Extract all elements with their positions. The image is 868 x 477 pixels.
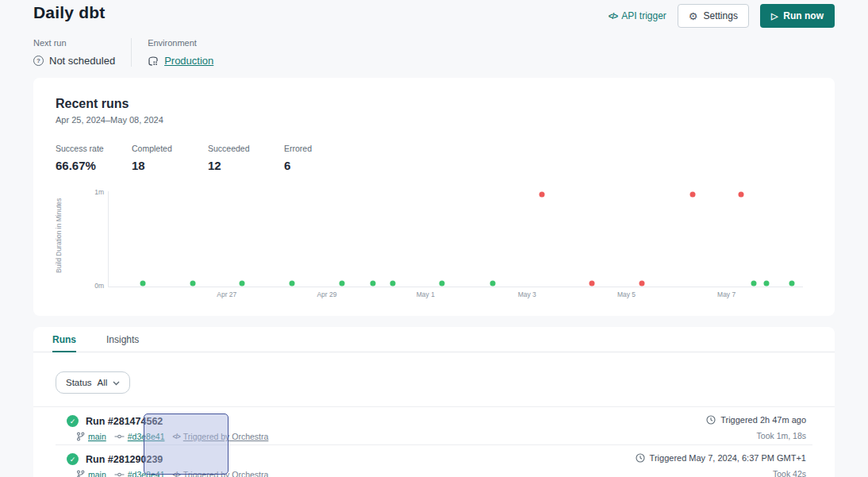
tab-runs[interactable]: Runs (52, 327, 76, 352)
chart-point[interactable] (370, 281, 375, 287)
success-check-icon: ✓ (67, 415, 79, 427)
status-filter-dropdown[interactable]: Status All (56, 371, 130, 394)
branch-link[interactable]: main (88, 432, 106, 441)
y-tick-1m: 1m (94, 188, 104, 196)
branch-link[interactable]: main (88, 470, 106, 477)
chart-point[interactable] (290, 281, 295, 287)
run-left: ✓ Run #281290239 main (67, 453, 268, 477)
commit-link[interactable]: #d3e8e41 (128, 432, 165, 441)
x-tick-label: May 1 (417, 290, 435, 298)
branch-item: main (76, 432, 106, 441)
git-commit-icon (114, 433, 125, 440)
chart-point[interactable] (240, 281, 245, 287)
code-icon: </> (609, 12, 617, 21)
trigger-source-link[interactable]: Triggered by Orchestra (183, 470, 269, 477)
next-run-value-row: ? Not scheduled (33, 55, 115, 67)
branch-item: main (76, 470, 106, 477)
next-run-value: Not scheduled (49, 55, 115, 67)
tabbar: Runs Insights (33, 327, 835, 352)
run-row-281290239[interactable]: ✓ Run #281290239 main (56, 445, 812, 477)
stat-label: Succeeded (208, 144, 257, 153)
job-meta-row: Next run ? Not scheduled Environment (33, 38, 213, 67)
git-branch-icon (76, 432, 85, 441)
stat-value: 18 (132, 159, 181, 172)
triggered-text: Triggered May 7, 2024, 6:37 PM GMT+1 (650, 453, 806, 463)
runs-card: Runs Insights Status All ✓ (33, 327, 835, 477)
git-commit-icon (114, 471, 125, 477)
commit-item: #d3e8e41 (114, 470, 165, 477)
stat-success-rate: Success rate 66.67% (56, 144, 105, 172)
chart-point[interactable] (190, 281, 195, 287)
commit-link[interactable]: #d3e8e41 (128, 470, 165, 477)
recent-runs-date-range: Apr 25, 2024–May 08, 2024 (56, 115, 812, 125)
stat-label: Success rate (56, 144, 105, 153)
settings-button[interactable]: ⚙ Settings (678, 4, 749, 28)
environment-group: Environment Production (148, 38, 213, 67)
x-tick-label: Apr 29 (317, 290, 336, 298)
gear-icon: ⚙ (689, 11, 698, 21)
took-text: Took 1m, 18s (706, 431, 806, 440)
run-right: Triggered 2h 47m ago Took 1m, 18s (706, 415, 806, 440)
chart-point[interactable] (739, 191, 744, 197)
next-run-group: Next run ? Not scheduled (33, 38, 115, 67)
x-tick-label: May 7 (717, 290, 735, 298)
page: Daily dbt </> API trigger ⚙ Settings ▷ R… (0, 0, 868, 477)
trigger-item: </> Triggered by Orchestra (172, 432, 268, 441)
chart-point[interactable] (639, 281, 645, 287)
x-tick-label: Apr 27 (217, 290, 236, 298)
play-icon: ▷ (771, 12, 778, 21)
code-icon: </> (172, 471, 179, 477)
filter-row: Status All (33, 352, 835, 394)
run-right: Triggered May 7, 2024, 6:37 PM GMT+1 Too… (636, 453, 806, 477)
y-tick-0m: 0m (94, 282, 104, 290)
clock-icon (636, 453, 645, 463)
environment-value-row: Production (148, 55, 213, 67)
chart-point[interactable] (440, 281, 445, 287)
chart-point[interactable] (789, 281, 795, 287)
triggered-text: Triggered 2h 47m ago (720, 415, 806, 425)
trigger-source-link[interactable]: Triggered by Orchestra (183, 432, 269, 441)
took-text: Took 42s (636, 469, 806, 477)
chart-point[interactable] (339, 281, 344, 287)
run-now-button[interactable]: ▷ Run now (760, 4, 835, 28)
stat-value: 66.67% (56, 159, 105, 172)
tab-insights[interactable]: Insights (106, 327, 139, 352)
x-tick-label: May 5 (617, 290, 636, 298)
chart-plot: 1m 0m (108, 191, 803, 287)
trigger-item: </> Triggered by Orchestra (172, 470, 268, 477)
run-sub-row: main #d3e8e41 </> Trigg (76, 470, 268, 477)
x-tick-label: May 3 (518, 290, 536, 298)
environment-link[interactable]: Production (164, 55, 213, 67)
stat-label: Completed (132, 144, 181, 153)
chart-point[interactable] (540, 191, 545, 197)
stat-label: Errored (284, 144, 333, 153)
chart-y-axis-label: Build Duration in Minutes (55, 188, 63, 283)
chart-point[interactable] (689, 191, 695, 197)
build-duration-chart: Build Duration in Minutes 1m 0m Apr 27Ap… (56, 185, 812, 302)
chart-point[interactable] (751, 281, 756, 287)
chevron-down-icon (113, 381, 120, 386)
run-row-281474562[interactable]: ✓ Run #281474562 main (56, 407, 812, 445)
chart-point[interactable] (490, 281, 495, 287)
runs-list: ✓ Run #281474562 main (33, 407, 835, 477)
recent-runs-title: Recent runs (56, 97, 812, 111)
status-filter-label: Status (66, 378, 92, 387)
stats-row: Success rate 66.67% Completed 18 Succeed… (56, 144, 812, 172)
code-icon: </> (172, 433, 179, 440)
run-title: Run #281290239 (86, 454, 163, 465)
chart-point[interactable] (763, 281, 769, 287)
git-branch-icon (76, 470, 85, 477)
stat-succeeded: Succeeded 12 (208, 144, 257, 172)
settings-label: Settings (704, 10, 738, 21)
run-sub-row: main #d3e8e41 </> Trigg (76, 432, 268, 441)
page-title: Daily dbt (33, 3, 105, 22)
chart-point[interactable] (390, 281, 395, 287)
run-left: ✓ Run #281474562 main (67, 415, 268, 441)
recent-runs-card: Recent runs Apr 25, 2024–May 08, 2024 Su… (33, 78, 835, 316)
chart-point[interactable] (140, 281, 145, 287)
clock-icon (706, 415, 716, 425)
stat-value: 12 (208, 159, 257, 172)
meta-divider (131, 38, 132, 67)
chart-point[interactable] (590, 281, 595, 287)
api-trigger-link[interactable]: </> API trigger (609, 10, 666, 21)
